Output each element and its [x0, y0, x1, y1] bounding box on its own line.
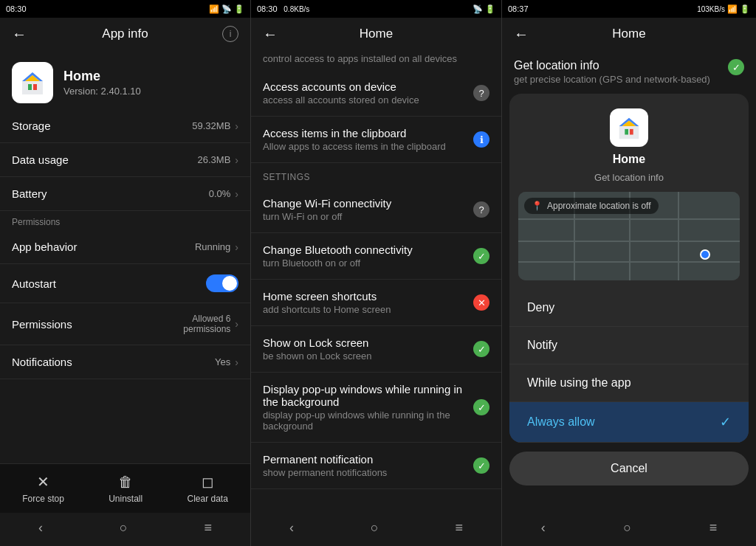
access-accounts-item[interactable]: Access accounts on device access all acc…	[251, 70, 501, 117]
panel-home-permissions: 08:30 0.8KB/s 📡 🔋 ← Home control access …	[251, 0, 502, 546]
settings-section-label: SETTINGS	[251, 163, 501, 187]
lock-screen-subtitle: be shown on Lock screen	[263, 350, 371, 362]
bottom-nav-1: ‹ ○ ≡	[0, 513, 250, 546]
time-1: 08:30	[6, 4, 27, 13]
nav-home-icon-1: ○	[120, 520, 128, 536]
nav-home-1[interactable]: ○	[120, 520, 128, 536]
chevron-icon-3: ›	[235, 188, 238, 200]
back-button-1[interactable]: ←	[12, 26, 27, 43]
force-stop-button[interactable]: ✕ Force stop	[22, 473, 64, 504]
chevron-icon-5: ›	[235, 318, 238, 330]
status-time-1: 08:30	[6, 4, 27, 13]
nav-back-1[interactable]: ‹	[38, 520, 43, 536]
nav-home-2[interactable]: ○	[371, 520, 379, 536]
battery-item[interactable]: Battery 0.0% ›	[0, 177, 250, 211]
google-home-icon	[18, 68, 47, 97]
battery-icon-2: 🔋	[485, 4, 495, 14]
back-button-3[interactable]: ←	[514, 26, 529, 43]
location-status-icon: ✓	[728, 59, 744, 75]
app-info-content: Storage 59.32MB › Data usage 26.3MB › Ba…	[0, 109, 250, 463]
always-allow-option[interactable]: Always allow ✓	[509, 402, 749, 443]
network-speed-2: 0.8KB/s	[284, 5, 309, 13]
data-usage-label: Data usage	[12, 153, 69, 166]
scrolled-text: control access to apps installed on all …	[251, 50, 501, 70]
autostart-item[interactable]: Autostart	[0, 264, 250, 303]
svg-rect-9	[625, 129, 628, 135]
access-clipboard-item[interactable]: Access items in the clipboard Allow apps…	[251, 117, 501, 163]
battery-value: 0.0%	[209, 188, 231, 199]
page-title-1: App info	[102, 27, 148, 41]
uninstall-icon: 🗑	[118, 474, 133, 491]
permanent-notification-title: Permanent notification	[263, 453, 387, 466]
popup-windows-item[interactable]: Display pop-up windows while running in …	[251, 373, 501, 443]
permanent-notification-item[interactable]: Permanent notification show permanent no…	[251, 443, 501, 489]
while-using-option[interactable]: While using the app	[509, 364, 749, 402]
nav-back-2[interactable]: ‹	[289, 520, 294, 536]
change-bluetooth-item[interactable]: Change Bluetooth connectivity turn Bluet…	[251, 233, 501, 280]
cancel-button[interactable]: Cancel	[509, 452, 749, 485]
permissions-header: ← Home	[251, 18, 501, 50]
access-accounts-title: Access accounts on device	[263, 80, 419, 93]
permanent-notification-subtitle: show permanent notifications	[263, 467, 387, 478]
nav-back-icon-2: ‹	[289, 520, 294, 536]
change-wifi-status: ?	[473, 201, 489, 218]
clear-data-icon: ◻	[202, 473, 214, 491]
data-usage-item[interactable]: Data usage 26.3MB ›	[0, 143, 250, 177]
change-bluetooth-title: Change Bluetooth connectivity	[263, 243, 413, 256]
bottom-nav-2: ‹ ○ ≡	[251, 513, 501, 546]
signal-icon-3: 📶	[727, 4, 738, 14]
app-name: Home	[63, 69, 141, 84]
change-wifi-item[interactable]: Change Wi-Fi connectivity turn Wi-Fi on …	[251, 187, 501, 233]
lock-screen-status: ✓	[473, 341, 489, 357]
access-clipboard-subtitle: Allow apps to access items in the clipbo…	[263, 141, 446, 152]
nav-home-icon-2: ○	[371, 520, 379, 536]
nav-recents-icon-3: ≡	[709, 520, 718, 536]
storage-label: Storage	[12, 120, 51, 132]
selected-check-icon: ✓	[720, 414, 731, 430]
nav-recents-1[interactable]: ≡	[205, 520, 213, 536]
app-behavior-item[interactable]: App behavior Running ›	[0, 230, 250, 264]
autostart-label: Autostart	[12, 277, 56, 290]
nav-recents-icon-2: ≡	[456, 520, 464, 536]
popup-windows-title: Display pop-up windows while running in …	[263, 383, 467, 408]
nav-home-icon-3: ○	[623, 520, 631, 536]
lock-screen-item[interactable]: Show on Lock screen be shown on Lock scr…	[251, 326, 501, 373]
nav-back-3[interactable]: ‹	[541, 520, 546, 536]
storage-item[interactable]: Storage 59.32MB ›	[0, 109, 250, 143]
deny-option[interactable]: Deny	[509, 289, 749, 327]
get-location-row: Get location info get precise location (…	[502, 50, 756, 91]
notify-option[interactable]: Notify	[509, 327, 749, 364]
nav-home-3[interactable]: ○	[623, 520, 631, 536]
page-title-3: Home	[612, 27, 645, 41]
storage-value: 59.32MB	[192, 120, 230, 131]
nav-back-icon-3: ‹	[541, 520, 546, 536]
network-speed-3: 103KB/s	[697, 5, 725, 13]
sim-icon: 📶	[209, 4, 219, 14]
location-header: ← Home	[502, 18, 756, 50]
nav-recents-3[interactable]: ≡	[709, 520, 718, 536]
info-icon: i	[230, 29, 232, 39]
clear-data-button[interactable]: ◻ Clear data	[187, 473, 227, 504]
change-bluetooth-subtitle: turn Bluetooth on or off	[263, 258, 413, 269]
map-overlay-label: Approximate location is off	[547, 201, 651, 211]
back-button-2[interactable]: ←	[263, 26, 278, 43]
chevron-icon-2: ›	[235, 154, 238, 166]
home-shortcuts-item[interactable]: Home screen shortcuts add shortcuts to H…	[251, 280, 501, 326]
home-shortcuts-title: Home screen shortcuts	[263, 290, 391, 303]
app-text-info: Home Version: 2.40.1.10	[63, 69, 141, 97]
autostart-toggle[interactable]	[206, 274, 238, 292]
status-bar-1: 08:30 📶 📡 🔋	[0, 0, 250, 18]
location-permission-subtitle: get precise location (GPS and network-ba…	[514, 74, 710, 85]
permissions-item[interactable]: Permissions Allowed 6permissions ›	[0, 303, 250, 345]
home-shortcuts-status: ✕	[473, 294, 489, 311]
force-stop-label: Force stop	[22, 494, 64, 504]
location-dot	[700, 249, 710, 260]
battery-label: Battery	[12, 187, 47, 200]
uninstall-button[interactable]: 🗑 Uninstall	[109, 474, 142, 504]
speed-2	[280, 5, 282, 13]
info-button[interactable]: i	[222, 26, 238, 42]
data-usage-value: 26.3MB	[198, 154, 231, 165]
access-clipboard-title: Access items in the clipboard	[263, 127, 446, 139]
notifications-item[interactable]: Notifications Yes ›	[0, 345, 250, 379]
nav-recents-2[interactable]: ≡	[456, 520, 464, 536]
